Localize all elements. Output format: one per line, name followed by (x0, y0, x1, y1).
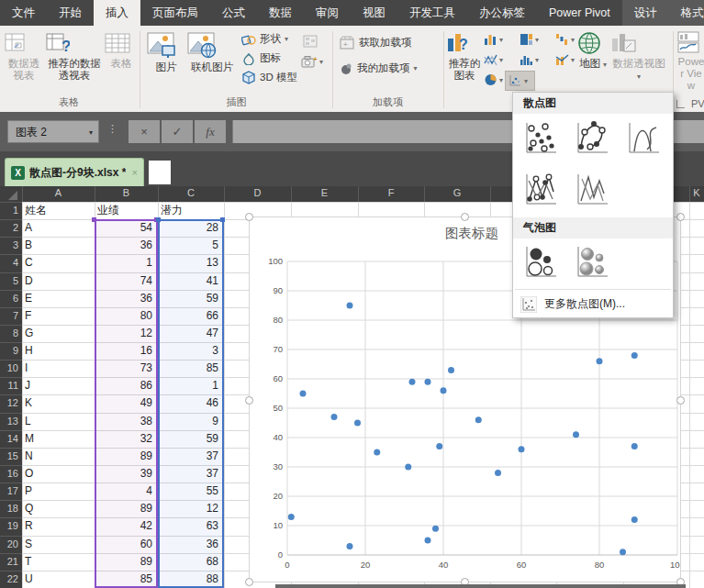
row-header-5[interactable]: 5 (0, 275, 18, 286)
row-header-1[interactable]: 1 (0, 205, 18, 216)
scatter-icon[interactable] (520, 118, 561, 159)
tab-page-layout[interactable]: 页面布局 (140, 0, 210, 26)
column-header-F[interactable]: F (358, 187, 424, 198)
cell-B1[interactable]: 业绩 (97, 202, 119, 219)
select-all-icon[interactable] (8, 191, 17, 200)
row-header-6[interactable]: 6 (0, 293, 18, 304)
cell-name[interactable]: S (25, 536, 32, 553)
row-header-17[interactable]: 17 (0, 485, 18, 496)
document-tab-active[interactable]: X 散点图-分9块.xlsx * × (5, 158, 144, 186)
chart-resize-handle[interactable] (676, 213, 685, 221)
tab-file[interactable]: 文件 (0, 0, 47, 26)
cell-name[interactable]: I (25, 360, 28, 377)
pivotchart-button[interactable]: 数据透视图 ▾ (609, 31, 668, 83)
online-pictures-button[interactable]: 联机图片 (187, 31, 237, 73)
cell-name[interactable]: U (25, 571, 33, 588)
bubble-3d-icon[interactable] (572, 242, 612, 283)
column-header-K[interactable]: K (689, 187, 704, 198)
tab-chart-design[interactable]: 设计 (622, 0, 669, 26)
cell-C1[interactable]: 潜力 (161, 202, 183, 219)
name-box[interactable]: 图表 2▾ (7, 120, 99, 143)
cell-name[interactable]: N (25, 448, 33, 465)
row-header-4[interactable]: 4 (0, 257, 18, 268)
close-icon[interactable]: × (132, 167, 138, 178)
get-add-ins-button[interactable]: + 获取加载项 (340, 36, 412, 50)
insert-statistic-chart-button[interactable]: ▾ (520, 53, 539, 66)
power-view-button[interactable]: Power View (677, 31, 704, 92)
tab-office-tab[interactable]: 办公标签 (467, 0, 537, 26)
cell-name[interactable]: M (25, 430, 34, 448)
row-header-15[interactable]: 15 (0, 450, 18, 461)
icons-button[interactable]: 图标 (241, 51, 281, 65)
cell-name[interactable]: P (25, 483, 32, 500)
table-button[interactable]: 表格 (105, 31, 138, 70)
tab-home[interactable]: 开始 (47, 0, 94, 26)
cell-name[interactable]: K (25, 394, 32, 412)
3d-models-button[interactable]: 3D 模型 (241, 71, 297, 84)
insert-pie-chart-button[interactable]: ▾ (484, 73, 503, 86)
insert-combo-chart-button[interactable]: ▾ (555, 53, 575, 66)
scatter-smooth-icon[interactable] (623, 118, 664, 159)
cell-A1[interactable]: 姓名 (25, 202, 47, 219)
column-header-D[interactable]: D (224, 187, 291, 198)
row-header-14[interactable]: 14 (0, 433, 18, 444)
row-header-11[interactable]: 11 (0, 380, 18, 391)
row-header-20[interactable]: 20 (0, 538, 18, 549)
my-add-ins-button[interactable]: 我的加载项▾ (340, 61, 418, 75)
cancel-button[interactable]: × (129, 120, 160, 143)
range-handle[interactable] (92, 217, 96, 222)
enter-button[interactable]: ✓ (162, 120, 193, 143)
insert-waterfall-chart-button[interactable]: ▾ (555, 33, 575, 46)
insert-column-chart-button[interactable]: ▾ (484, 33, 503, 46)
scatter-straight-markers-icon[interactable] (520, 170, 561, 210)
cell-name[interactable]: F (25, 307, 31, 325)
cell-name[interactable]: H (25, 342, 33, 360)
chart-resize-handle[interactable] (245, 213, 253, 221)
row-header-12[interactable]: 12 (0, 397, 18, 408)
tab-chart-format[interactable]: 格式 (669, 0, 704, 26)
insert-line-chart-button[interactable]: ▾ (484, 53, 503, 66)
cell-name[interactable]: A (25, 219, 32, 237)
range-handle[interactable] (156, 217, 161, 222)
tab-developer[interactable]: 开发工具 (397, 0, 467, 26)
row-header-7[interactable]: 7 (0, 310, 18, 321)
cell-name[interactable]: L (25, 413, 31, 430)
pictures-button[interactable]: 图片 (147, 31, 185, 73)
tab-view[interactable]: 视图 (351, 0, 397, 26)
dialog-launcher-icon[interactable] (676, 100, 685, 108)
insert-scatter-chart-button[interactable]: ▾ (506, 72, 534, 90)
chart-resize-handle[interactable] (245, 578, 253, 586)
more-scatter-charts-item[interactable]: 更多散点图(M)... (513, 293, 673, 316)
row-header-10[interactable]: 10 (0, 362, 18, 373)
scatter-straight-icon[interactable] (572, 170, 612, 210)
scatter-smooth-markers-icon[interactable] (572, 118, 612, 159)
shapes-button[interactable]: 形状▾ (241, 32, 288, 46)
cell-name[interactable]: G (25, 325, 33, 342)
cell-name[interactable]: J (25, 377, 30, 394)
column-header-C[interactable]: C (158, 187, 224, 198)
column-header-E[interactable]: E (291, 187, 358, 198)
tab-data[interactable]: 数据 (257, 0, 304, 26)
row-header-22[interactable]: 22 (0, 573, 18, 584)
row-header-9[interactable]: 9 (0, 345, 18, 356)
row-header-19[interactable]: 19 (0, 520, 18, 531)
cell-name[interactable]: T (25, 553, 31, 571)
cell-name[interactable]: E (25, 290, 32, 307)
cell-name[interactable]: R (25, 517, 33, 535)
recommended-pivottables-button[interactable]: ? 推荐的数据透视表 (46, 31, 103, 82)
chart-resize-handle[interactable] (676, 396, 685, 405)
insert-function-button[interactable]: fx (195, 120, 226, 143)
cell-name[interactable]: O (25, 465, 33, 483)
row-header-2[interactable]: 2 (0, 222, 18, 233)
cell-name[interactable]: D (25, 272, 33, 290)
new-document-tab-button[interactable] (149, 161, 171, 184)
row-header-13[interactable]: 13 (0, 416, 18, 427)
chart-resize-handle[interactable] (245, 396, 253, 405)
bubble-icon[interactable] (520, 242, 561, 283)
range-handle[interactable] (220, 217, 225, 222)
maps-button[interactable]: 地图 ▾ (577, 31, 609, 71)
chart-resize-handle[interactable] (461, 213, 469, 221)
row-header-18[interactable]: 18 (0, 503, 18, 514)
pivottable-button[interactable]: 数据透视表 (4, 31, 44, 82)
tab-power-pivot[interactable]: Power Pivot (537, 0, 622, 26)
